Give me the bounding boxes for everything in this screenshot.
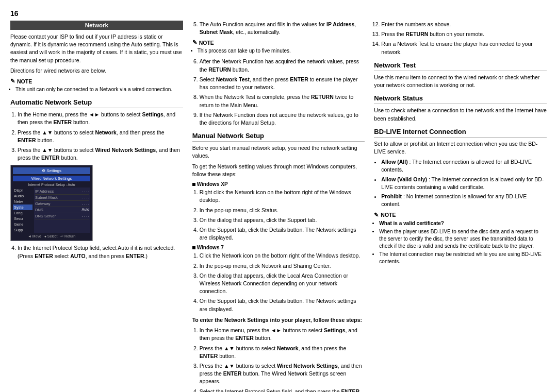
sm-item-secu: Secu	[13, 216, 32, 221]
auto-step-1: In the Home menu, press the ◄► buttons t…	[18, 111, 183, 126]
note-block-1: ✎ NOTE This unit can only be connected t…	[10, 78, 183, 93]
network-test-title: Network Test	[374, 61, 547, 71]
wxp-step-1: Right click the Network icon on the bott…	[200, 189, 365, 204]
settings-mockup-body: Displ Audio Netw Syste Lang Secu Gene Su…	[13, 188, 90, 233]
auto-steps-5: The Auto Function acquires and fills in …	[192, 21, 365, 36]
windows-xp-bullet	[192, 183, 195, 186]
manual-intro-2: To get the Network setting values throug…	[192, 163, 365, 178]
windows7-steps: Click the Network icon on the bottom rig…	[192, 252, 365, 313]
network-settings-intro: To enter the Network Settings into your …	[192, 316, 365, 324]
column-2: The Auto Function acquires and fills in …	[192, 21, 365, 392]
wxp-step-2: In the pop-up menu, click Status.	[200, 207, 365, 214]
w7-step-2: In the pop-up menu, click Network and Sh…	[200, 262, 365, 270]
settings-mockup-header: ⚙ Settings	[13, 167, 90, 174]
note-block-3: ✎ NOTE What is a valid certificate? When…	[374, 212, 547, 265]
note-block-2: ✎ NOTE This process can take up to five …	[192, 39, 365, 55]
wxp-step-4: On the Support tab, click the Details bu…	[200, 226, 365, 242]
auto-step-9: If the Network Function does not acquire…	[200, 111, 365, 127]
sm-item-audio: Audio	[13, 193, 32, 199]
step-13: Press the RETURN button on your remote.	[381, 30, 547, 38]
sm-item-gene: Gene	[13, 221, 32, 227]
w7-step-4: On the Support tab, click the Details bu…	[200, 297, 365, 313]
sm-row-ip: IP Address. . . .	[35, 189, 89, 195]
settings-mockup-sub2: Internet Protocol Setup : Auto	[13, 183, 90, 186]
sm-item-displ: Displ	[13, 188, 32, 193]
column-1: Network Please contact your ISP to find …	[10, 21, 183, 392]
bdlive-list: Allow (All) : The Internet connection is…	[374, 158, 547, 208]
ns-step-3: Press the ▲▼ buttons to select Wired Net…	[200, 362, 365, 386]
windows-7-bullet	[192, 246, 195, 249]
sm-row-dns: DNSAuto	[35, 207, 89, 213]
bdlive-item-3: Prohibit : No Internet connection is all…	[381, 193, 547, 208]
ns-step-4: Select the Internet Protocol Setup field…	[200, 388, 365, 392]
sm-item-netw: Netw	[13, 199, 32, 204]
bdlive-title: BD-LIVE Internet Connection	[374, 128, 547, 138]
note-label-1: NOTE	[17, 78, 32, 84]
network-intro-p2: Directions for wired networks are below.	[10, 67, 183, 75]
note-item-3-2: The Internet connection may be restricte…	[379, 251, 547, 265]
ns-step-1: In the Home menu, press the ◄► buttons t…	[200, 327, 365, 342]
auto-step-8: When the Network Test is complete, press…	[200, 93, 365, 109]
sm-row-subnet: Subnet Mask. . . .	[35, 195, 89, 201]
network-status-p: Use to check whether a connection to the…	[374, 107, 547, 122]
windows-7-section: Windows 7	[192, 245, 365, 250]
bdlive-item-1: Allow (All) : The Internet connection is…	[381, 158, 547, 174]
note-icon-1: ✎	[10, 78, 15, 84]
note-item-2-1: This process can take up to five minutes…	[198, 47, 365, 55]
sm-item-supp: Supp	[13, 227, 32, 233]
sm-row-gateway: Gateway. . . .	[35, 201, 89, 207]
sm-item-lang: Lang	[13, 210, 32, 216]
network-status-title: Network Status	[374, 94, 547, 104]
sm-item-syste: Syste	[13, 204, 32, 210]
sm-row-dnsserver: DNS Server. . . .	[35, 213, 89, 219]
windows-xp-section: Windows XP	[192, 181, 365, 187]
manual-intro-1: Before you start manual network setup, y…	[192, 144, 365, 160]
settings-mockup-subheader: Wired Network Settings	[13, 176, 90, 181]
note-list-1: This unit can only be connected to a Net…	[10, 86, 183, 93]
wxp-step-3: On the dialog that appears, click the Su…	[200, 216, 365, 224]
auto-step-6: After the Network Function has acquired …	[200, 58, 365, 73]
w7-step-1: Click the Network icon on the bottom rig…	[200, 252, 365, 260]
auto-step-2: Press the ▲▼ buttons to select Network, …	[18, 129, 183, 144]
note-icon-2: ✎	[192, 39, 197, 46]
note-list-2: This process can take up to five minutes…	[192, 47, 365, 55]
step-14: Run a Network Test to ensure the player …	[381, 40, 547, 56]
network-steps-list: In the Home menu, press the ◄► buttons t…	[192, 327, 365, 392]
windows-7-label: Windows 7	[197, 245, 224, 250]
note-icon-3: ✎	[374, 212, 379, 218]
auto-steps-list-cont: In the Internet Protocol Setup field, se…	[10, 244, 183, 260]
network-test-p: Use this menu item to connect to the wir…	[374, 74, 547, 89]
network-section-header: Network	[10, 21, 183, 30]
bdlive-intro: Set to allow or prohibit an Internet con…	[374, 140, 547, 156]
note-list-3: What is a valid certificate? When the pl…	[374, 220, 547, 265]
settings-mockup-right: IP Address. . . . Subnet Mask. . . . Gat…	[34, 188, 90, 233]
auto-step-3: Press the ▲▼ buttons to select Wired Net…	[18, 146, 183, 162]
windowsxp-steps: Right click the Network icon on the bott…	[192, 189, 365, 242]
manual-network-title: Manual Network Setup	[192, 132, 365, 142]
step-12: Enter the numbers as above.	[381, 21, 547, 28]
auto-steps-6-9: After the Network Function has acquired …	[192, 58, 365, 127]
auto-step-4: In the Internet Protocol Setup field, se…	[18, 244, 183, 260]
auto-step-7: Select Network Test, and then press ENTE…	[200, 76, 365, 91]
settings-mockup-left: Displ Audio Netw Syste Lang Secu Gene Su…	[13, 188, 32, 233]
sm-footer: ◄ Move ● Select ↩ Return	[13, 234, 90, 238]
settings-screenshot: ⚙ Settings Wired Network Settings Intern…	[10, 165, 93, 241]
note-item-1: This unit can only be connected to a Net…	[15, 86, 183, 93]
auto-network-title: Automatic Network Setup	[10, 98, 183, 108]
note-label-2: NOTE	[199, 40, 214, 46]
note-label-3: NOTE	[381, 212, 396, 218]
windows-xp-label: Windows XP	[197, 181, 228, 187]
steps-12-14: Enter the numbers as above. Press the RE…	[374, 21, 547, 56]
note-item-3-1: When the player uses BD-LIVE to send the…	[379, 228, 547, 250]
column-3: Enter the numbers as above. Press the RE…	[374, 21, 547, 392]
w7-step-3: On the dialog that appears, click the Lo…	[200, 272, 365, 296]
auto-step-5: The Auto Function acquires and fills in …	[200, 21, 365, 36]
bdlive-item-2: Allow (Valid Only) : The Internet connec…	[381, 176, 547, 191]
ns-step-2: Press the ▲▼ buttons to select Network, …	[200, 345, 365, 360]
page-number: 16	[10, 9, 547, 18]
network-intro-p1: Please contact your ISP to find out if y…	[10, 33, 183, 64]
note-sub-label: What is a valid certificate?	[379, 220, 547, 227]
auto-steps-list: In the Home menu, press the ◄► buttons t…	[10, 111, 183, 162]
